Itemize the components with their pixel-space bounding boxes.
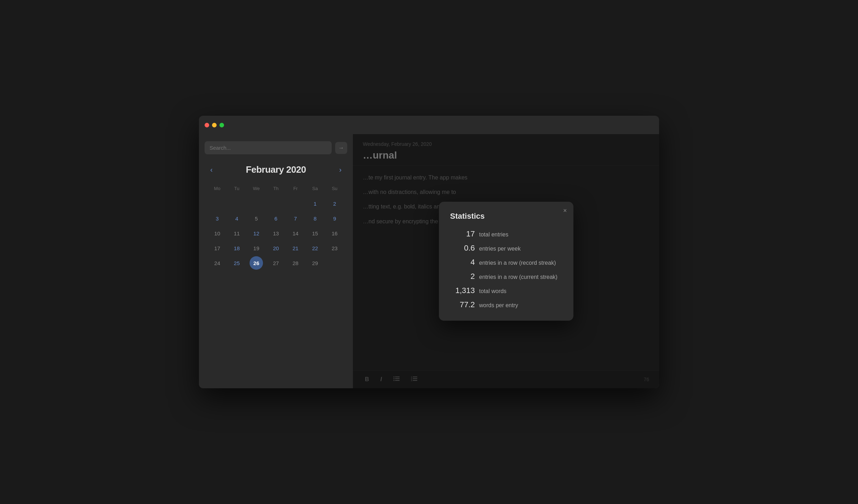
- calendar-next-button[interactable]: ›: [336, 164, 344, 175]
- stat-row: 2entries in a row (current streak): [450, 272, 562, 281]
- stat-label: total entries: [479, 231, 509, 238]
- stat-row: 17total entries: [450, 229, 562, 239]
- calendar-day: [269, 197, 282, 210]
- search-input[interactable]: [205, 141, 332, 154]
- calendar-day-header: Th: [266, 184, 286, 196]
- calendar-day[interactable]: 24: [211, 256, 224, 270]
- calendar-day[interactable]: 27: [269, 256, 282, 270]
- stat-value: 2: [450, 272, 475, 281]
- calendar-day: [211, 197, 224, 210]
- stat-label: entries per week: [479, 246, 521, 252]
- calendar-day: [289, 197, 302, 210]
- calendar-day[interactable]: 4: [230, 212, 244, 225]
- sidebar: → ‹ February 2020 › MoTuWeThFrSaSu123456…: [199, 134, 353, 388]
- stat-label: entries in a row (record streak): [479, 260, 556, 266]
- stat-row: 1,313total words: [450, 286, 562, 295]
- calendar-day-header: Sa: [305, 184, 325, 196]
- calendar-day: [328, 256, 341, 270]
- calendar-day[interactable]: 13: [269, 227, 282, 240]
- calendar-day[interactable]: 9: [328, 212, 341, 225]
- content-area: Wednesday, February 26, 2020 …urnal …te …: [353, 134, 659, 388]
- stat-value: 17: [450, 229, 475, 239]
- stat-row: 0.6entries per week: [450, 244, 562, 253]
- modal-title: Statistics: [450, 212, 562, 221]
- stat-row: 4entries in a row (record streak): [450, 258, 562, 267]
- calendar-day-header: Su: [325, 184, 344, 196]
- stat-row: 77.2words per entry: [450, 300, 562, 309]
- calendar-day[interactable]: 19: [250, 241, 263, 255]
- calendar-day[interactable]: 29: [308, 256, 322, 270]
- calendar-day[interactable]: 25: [230, 256, 244, 270]
- calendar-day-header: Tu: [227, 184, 246, 196]
- search-row: →: [205, 141, 347, 154]
- modal-overlay[interactable]: × Statistics 17total entries0.6entries p…: [353, 134, 659, 388]
- search-arrow-button[interactable]: →: [335, 142, 347, 154]
- calendar-day: [250, 197, 263, 210]
- calendar-day[interactable]: 7: [289, 212, 302, 225]
- stat-value: 0.6: [450, 244, 475, 253]
- stat-label: words per entry: [479, 302, 518, 309]
- calendar-day[interactable]: 20: [269, 241, 282, 255]
- calendar-day: [230, 197, 244, 210]
- calendar-prev-button[interactable]: ‹: [207, 164, 216, 175]
- stat-label: total words: [479, 288, 507, 294]
- statistics-modal: × Statistics 17total entries0.6entries p…: [439, 202, 573, 321]
- calendar-day[interactable]: 8: [308, 212, 322, 225]
- main-layout: → ‹ February 2020 › MoTuWeThFrSaSu123456…: [199, 134, 659, 388]
- calendar-day[interactable]: 23: [328, 241, 341, 255]
- calendar-day[interactable]: 14: [289, 227, 302, 240]
- calendar-day[interactable]: 12: [250, 227, 263, 240]
- modal-close-button[interactable]: ×: [563, 207, 567, 214]
- calendar-title: February 2020: [246, 164, 306, 175]
- stats-list: 17total entries0.6entries per week4entri…: [450, 229, 562, 309]
- calendar-day[interactable]: 2: [328, 197, 341, 210]
- title-bar: [199, 116, 659, 134]
- calendar-day[interactable]: 1: [308, 197, 322, 210]
- calendar-day[interactable]: 18: [230, 241, 244, 255]
- minimize-button[interactable]: [212, 123, 217, 127]
- calendar-day[interactable]: 15: [308, 227, 322, 240]
- calendar-day[interactable]: 22: [308, 241, 322, 255]
- app-window: → ‹ February 2020 › MoTuWeThFrSaSu123456…: [199, 116, 659, 388]
- calendar-day[interactable]: 26: [250, 256, 263, 270]
- calendar-day[interactable]: 17: [211, 241, 224, 255]
- stat-value: 1,313: [450, 286, 475, 295]
- calendar-day-header: We: [247, 184, 266, 196]
- calendar-day[interactable]: 16: [328, 227, 341, 240]
- calendar-day[interactable]: 3: [211, 212, 224, 225]
- calendar-header: ‹ February 2020 ›: [207, 164, 344, 175]
- calendar-day[interactable]: 10: [211, 227, 224, 240]
- calendar-day[interactable]: 6: [269, 212, 282, 225]
- arrow-icon: →: [338, 145, 344, 151]
- calendar: ‹ February 2020 › MoTuWeThFrSaSu12345678…: [205, 164, 347, 270]
- stat-value: 77.2: [450, 300, 475, 309]
- calendar-grid: MoTuWeThFrSaSu12345678910111213141516171…: [207, 184, 344, 270]
- calendar-day-header: Fr: [286, 184, 305, 196]
- fullscreen-button[interactable]: [219, 123, 224, 127]
- calendar-day[interactable]: 21: [289, 241, 302, 255]
- calendar-day[interactable]: 28: [289, 256, 302, 270]
- calendar-day[interactable]: 5: [250, 212, 263, 225]
- close-button[interactable]: [205, 123, 209, 127]
- stat-label: entries in a row (current streak): [479, 274, 557, 280]
- calendar-day[interactable]: 11: [230, 227, 244, 240]
- stat-value: 4: [450, 258, 475, 267]
- calendar-day-header: Mo: [207, 184, 227, 196]
